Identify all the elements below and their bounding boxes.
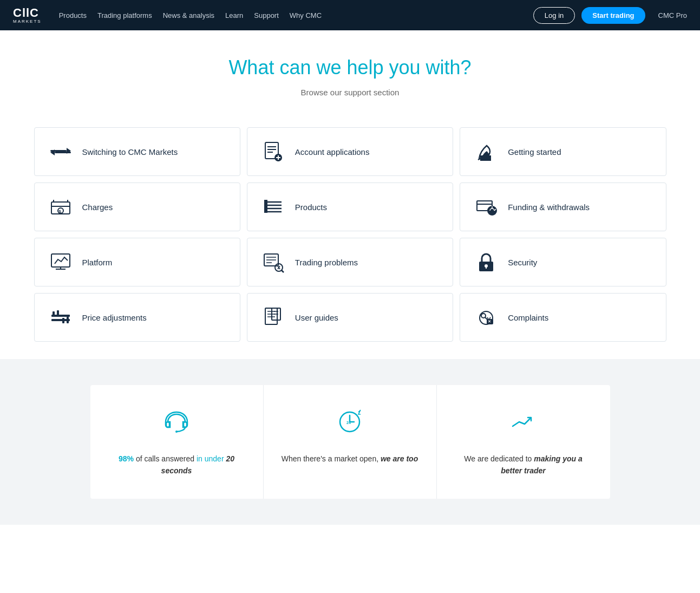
funding-withdrawals-icon [473,194,499,220]
svg-rect-48 [62,318,64,323]
login-button[interactable]: Log in [533,7,575,24]
cmc-pro-link[interactable]: CMC Pro [658,11,687,19]
headset-icon [108,407,246,442]
bottom-section: 98% of calls answered in under 20 second… [0,359,700,525]
platform-icon [48,249,74,275]
logo[interactable]: CllC MARKETS [13,7,42,24]
svg-rect-22 [264,203,267,206]
card-switching[interactable]: Switching to CMC Markets [34,127,240,176]
trading-problems-icon [260,249,286,275]
support-grid: Switching to CMC Markets Account applica… [25,127,675,342]
user-guides-icon [260,304,286,330]
nav-news-analysis[interactable]: News & analysis [163,11,214,19]
bottom-card-calls: 98% of calls answered in under 20 second… [90,385,264,499]
card-trading-problems-label: Trading problems [295,258,358,267]
card-account-applications-label: Account applications [295,147,370,157]
nav-support[interactable]: Support [254,11,279,19]
chart-trend-icon [454,407,593,442]
security-icon [473,249,499,275]
hero-subtitle: Browse our support section [13,88,687,97]
svg-rect-46 [53,311,55,317]
svg-rect-2 [55,152,71,153]
card-platform[interactable]: Platform [34,238,240,286]
card-products[interactable]: Products [247,183,453,231]
logo-text: CllC [13,6,39,19]
card-security-label: Security [508,258,537,267]
svg-line-62 [489,317,490,319]
switching-icon [48,139,74,165]
svg-rect-64 [166,422,169,427]
card-funding-withdrawals[interactable]: Funding & withdrawals [460,183,666,231]
calls-text: 98% of calls answered in under 20 second… [108,453,246,477]
svg-point-66 [175,431,178,433]
svg-rect-47 [57,310,59,317]
calls-highlight2: in under [197,454,224,463]
svg-text:24: 24 [346,421,351,425]
nav-links: Products Trading platforms News & analys… [59,11,533,19]
bottom-card-trader: We are dedicated to making you a better … [437,385,610,499]
card-user-guides[interactable]: User guides [247,293,453,342]
trader-text: We are dedicated to making you a better … [454,453,593,477]
nav-learn[interactable]: Learn [225,11,243,19]
nav-actions: Log in Start trading CMC Pro [533,7,687,24]
card-security[interactable]: Security [460,238,666,286]
card-products-label: Products [295,203,327,212]
svg-line-38 [282,270,284,272]
svg-rect-65 [184,422,187,427]
nav-why-cmc[interactable]: Why CMC [290,11,322,19]
card-getting-started-label: Getting started [508,147,561,157]
card-price-adjustments-label: Price adjustments [82,313,147,322]
nav-trading-platforms[interactable]: Trading platforms [97,11,152,19]
card-account-applications[interactable]: Account applications [247,127,453,176]
card-price-adjustments[interactable]: Price adjustments [34,293,240,342]
nav-products[interactable]: Products [59,11,87,19]
charges-icon: $ [48,194,74,220]
getting-started-icon [473,139,499,165]
hero-title: What can we help you with? [13,56,687,79]
svg-line-61 [487,317,488,319]
bottom-cards: 98% of calls answered in under 20 second… [90,385,610,499]
hero-section: What can we help you with? Browse our su… [0,30,700,110]
price-adjustments-icon [48,304,74,330]
svg-rect-21 [264,200,267,203]
navbar: CllC MARKETS Products Trading platforms … [0,0,700,30]
card-charges-label: Charges [82,203,113,212]
clock-icon: 24 [281,407,419,442]
market-text: When there's a market open, we are too [281,453,419,465]
bottom-card-market: 24 When there's a market open, we are to… [264,385,437,499]
svg-rect-23 [264,206,267,210]
card-charges[interactable]: $ Charges [34,183,240,231]
start-trading-button[interactable]: Start trading [581,7,645,24]
logo-sub: MARKETS [13,19,42,24]
card-switching-label: Switching to CMC Markets [82,147,178,157]
card-getting-started[interactable]: Getting started [460,127,666,176]
svg-text:$: $ [58,209,61,214]
svg-rect-43 [486,266,487,269]
calls-percent: 98% [119,454,134,463]
products-icon [260,194,286,220]
market-strong: we are too [381,454,418,463]
complaints-icon: ✕ [473,304,499,330]
card-funding-withdrawals-label: Funding & withdrawals [508,203,590,212]
card-complaints[interactable]: ✕ Complaints [460,293,666,342]
account-applications-icon [260,139,286,165]
svg-rect-24 [264,210,267,213]
trader-strong: making you a better trader [501,454,582,475]
card-user-guides-label: User guides [295,313,338,322]
card-trading-problems[interactable]: Trading problems [247,238,453,286]
svg-text:✕: ✕ [488,320,491,323]
svg-rect-49 [67,317,69,323]
card-complaints-label: Complaints [508,313,548,322]
svg-point-58 [481,314,486,318]
card-platform-label: Platform [82,258,113,267]
